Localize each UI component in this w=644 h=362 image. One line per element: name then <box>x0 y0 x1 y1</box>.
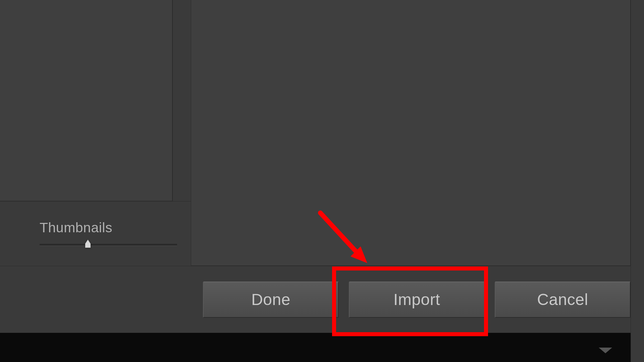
bottom-area <box>0 333 631 362</box>
cancel-button[interactable]: Cancel <box>495 282 631 318</box>
thumbnails-slider[interactable] <box>40 240 177 250</box>
top-area: Thumbnails <box>0 0 644 266</box>
done-button[interactable]: Done <box>203 282 339 318</box>
slider-thumb-icon[interactable] <box>84 239 92 249</box>
preview-area <box>191 0 631 266</box>
chevron-down-icon[interactable] <box>597 346 614 356</box>
slider-track <box>40 244 177 246</box>
source-panel <box>0 0 173 201</box>
right-scrollbar-area <box>631 0 644 362</box>
button-bar: Done Import Cancel <box>0 266 644 333</box>
thumbnails-section: Thumbnails <box>0 201 191 266</box>
import-button[interactable]: Import <box>349 282 485 318</box>
thumbnails-label: Thumbnails <box>40 220 181 236</box>
import-dialog: Thumbnails Done Import Cancel <box>0 0 644 362</box>
